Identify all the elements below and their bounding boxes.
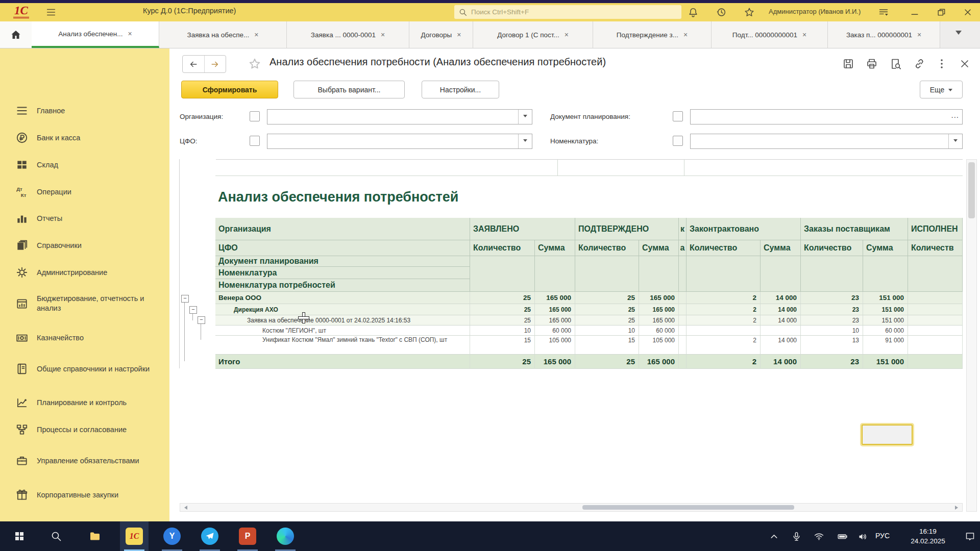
row-value[interactable]: 14 000 bbox=[761, 304, 801, 315]
row-label[interactable]: Заявка на обеспечение 0000-0001 от 24.02… bbox=[215, 315, 470, 325]
global-search-input[interactable]: Поиск Ctrl+Shift+F bbox=[454, 5, 681, 19]
tree-collapse-toggle[interactable]: − bbox=[181, 295, 189, 303]
row-value[interactable]: 165 000 bbox=[535, 315, 575, 325]
tab-5[interactable]: Договор 1 (С пост...× bbox=[473, 21, 593, 48]
tab-close-icon[interactable]: × bbox=[802, 31, 806, 39]
tree-collapse-toggle[interactable]: − bbox=[189, 306, 197, 314]
tab-1[interactable]: Анализ обеспечен...× bbox=[32, 21, 159, 48]
row-value[interactable]: 2 bbox=[687, 355, 761, 369]
tab-close-icon[interactable]: × bbox=[128, 30, 132, 38]
ellipsis-icon[interactable]: ... bbox=[951, 111, 959, 119]
current-user[interactable]: Администратор (Иванов И.И.) bbox=[769, 8, 861, 15]
yandex-browser-button[interactable]: Y bbox=[158, 521, 186, 551]
taskbar-search-button[interactable] bbox=[42, 521, 70, 551]
close-window-icon[interactable] bbox=[963, 7, 973, 17]
row-value[interactable]: 151 000 bbox=[863, 292, 908, 304]
telegram-button[interactable] bbox=[195, 521, 224, 551]
row-value[interactable]: 165 000 bbox=[639, 355, 679, 369]
row-value[interactable]: 25 bbox=[470, 355, 535, 369]
row-value[interactable]: 13 bbox=[801, 336, 863, 355]
generate-button[interactable]: Сформировать bbox=[181, 81, 278, 98]
battery-icon[interactable] bbox=[836, 531, 849, 542]
row-value[interactable] bbox=[761, 325, 801, 336]
cell-edit-box[interactable] bbox=[862, 424, 913, 445]
scroll-right-icon[interactable] bbox=[955, 506, 960, 510]
row-value[interactable]: 25 bbox=[470, 315, 535, 325]
row-label[interactable]: Итого bbox=[215, 355, 470, 369]
speaker-icon[interactable] bbox=[857, 531, 868, 542]
hscroll-thumb[interactable] bbox=[582, 505, 794, 510]
start-button[interactable] bbox=[5, 521, 34, 551]
vscroll-thumb[interactable] bbox=[968, 162, 975, 218]
tray-chevron-up-icon[interactable] bbox=[769, 531, 779, 542]
notifications-bell-icon[interactable] bbox=[688, 7, 699, 18]
tab-6[interactable]: Подтверждение з...× bbox=[593, 21, 712, 48]
row-value[interactable]: 15 bbox=[470, 336, 535, 355]
filter-organization-checkbox[interactable] bbox=[250, 111, 260, 121]
row-value[interactable] bbox=[908, 325, 963, 336]
service-menu-icon[interactable] bbox=[877, 7, 890, 17]
more-button[interactable]: Еще bbox=[920, 81, 963, 98]
get-link-icon[interactable] bbox=[913, 58, 925, 70]
tab-7[interactable]: Подт... 00000000001× bbox=[712, 21, 828, 48]
row-value[interactable]: 60 000 bbox=[639, 325, 679, 336]
favorites-star-icon[interactable] bbox=[744, 7, 755, 18]
row-value[interactable]: 14 000 bbox=[761, 355, 801, 369]
filter-nomenclature-combo[interactable] bbox=[690, 134, 963, 149]
forward-button[interactable] bbox=[205, 56, 226, 72]
row-value[interactable]: 105 000 bbox=[639, 336, 679, 355]
row-value[interactable]: 151 000 bbox=[863, 315, 908, 325]
row-value[interactable]: 23 bbox=[801, 355, 863, 369]
row-value[interactable] bbox=[908, 304, 963, 315]
back-button[interactable] bbox=[183, 56, 205, 72]
row-value[interactable] bbox=[908, 355, 963, 369]
row-value[interactable]: 25 bbox=[470, 292, 535, 304]
edge-button[interactable] bbox=[271, 521, 300, 551]
row-value[interactable] bbox=[679, 304, 687, 315]
row-value[interactable]: 2 bbox=[687, 292, 761, 304]
row-value[interactable] bbox=[908, 315, 963, 325]
sidebar-item-dtkt[interactable]: ДтКтОперации bbox=[0, 182, 169, 202]
row-value[interactable]: 23 bbox=[801, 315, 863, 325]
row-value[interactable]: 165 000 bbox=[639, 304, 679, 315]
tab-overflow-icon[interactable] bbox=[955, 31, 962, 38]
row-value[interactable]: 25 bbox=[575, 315, 639, 325]
file-explorer-button[interactable] bbox=[81, 521, 109, 551]
sidebar-item-gear[interactable]: Администрирование bbox=[0, 262, 169, 283]
row-label[interactable]: Костюм "ЛЕГИОН", шт bbox=[215, 325, 470, 336]
sidebar-item-plan[interactable]: Планирование и контроль bbox=[0, 392, 169, 413]
row-value[interactable]: 165 000 bbox=[639, 292, 679, 304]
row-value[interactable] bbox=[679, 292, 687, 304]
clock[interactable]: 16:19 24.02.2025 bbox=[899, 527, 957, 546]
tab-close-icon[interactable]: × bbox=[683, 31, 688, 39]
tab-home[interactable] bbox=[0, 21, 32, 48]
choose-variant-button[interactable]: Выбрать вариант... bbox=[293, 81, 405, 98]
row-value[interactable]: 23 bbox=[801, 304, 863, 315]
filter-nomenclature-checkbox[interactable] bbox=[673, 136, 683, 146]
filter-planning-doc-checkbox[interactable] bbox=[673, 111, 683, 121]
tab-close-icon[interactable]: × bbox=[254, 31, 258, 39]
row-value[interactable]: 15 bbox=[575, 336, 639, 355]
row-value[interactable]: 165 000 bbox=[535, 292, 575, 304]
row-value[interactable]: 2 bbox=[687, 304, 761, 315]
filter-cfo-combo[interactable] bbox=[267, 134, 532, 149]
row-value[interactable]: 165 000 bbox=[535, 304, 575, 315]
tab-2[interactable]: Заявка на обеспе...× bbox=[159, 21, 287, 48]
sidebar-item-money[interactable]: Казначейство bbox=[0, 328, 169, 348]
sidebar-item-rub[interactable]: Банк и касса bbox=[0, 128, 169, 148]
sidebar-item-budget[interactable]: Бюджетирование, отчетность и анализ bbox=[0, 289, 169, 318]
row-value[interactable]: 165 000 bbox=[639, 315, 679, 325]
row-value[interactable]: 10 bbox=[575, 325, 639, 336]
row-value[interactable]: 91 000 bbox=[863, 336, 908, 355]
row-value[interactable]: 14 000 bbox=[761, 292, 801, 304]
sidebar-item-grid[interactable]: Склад bbox=[0, 155, 169, 175]
tab-close-icon[interactable]: × bbox=[381, 31, 385, 39]
print-icon[interactable] bbox=[866, 58, 878, 70]
dropdown-icon[interactable] bbox=[518, 134, 532, 148]
dropdown-icon[interactable] bbox=[518, 110, 532, 124]
kebab-menu-icon[interactable] bbox=[936, 58, 948, 70]
row-value[interactable] bbox=[679, 325, 687, 336]
tab-4[interactable]: Договоры× bbox=[409, 21, 473, 48]
vertical-scrollbar[interactable] bbox=[966, 159, 977, 512]
sidebar-item-books[interactable]: Справочники bbox=[0, 235, 169, 256]
